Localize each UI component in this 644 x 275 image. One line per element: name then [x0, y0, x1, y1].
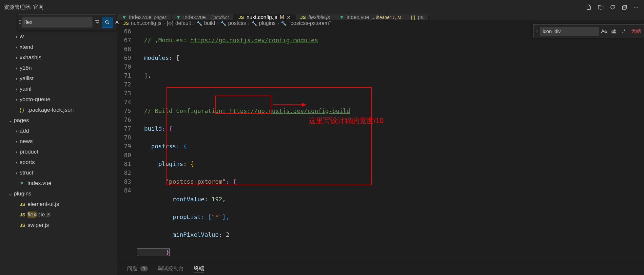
- line-gutter: 66676869707172737475767778798081828384: [117, 26, 137, 275]
- file-tree: w xtend xxhashjs y18n yallist yaml yocto…: [0, 16, 117, 230]
- regex-icon[interactable]: .*: [619, 28, 629, 34]
- tab-index-product[interactable]: ▼index.vue...\product: [172, 14, 234, 20]
- new-folder-icon[interactable]: [596, 3, 605, 12]
- tree-file-swiper[interactable]: JSswiper.js: [0, 220, 117, 230]
- tree-folder[interactable]: sports: [0, 157, 117, 168]
- tree-file-element-ui[interactable]: JSelement-ui.js: [0, 199, 117, 210]
- code-content[interactable]: // ,Modules: https://go.nuxtjs.dev/confi…: [137, 26, 644, 275]
- file-explorer-sidebar: ⠿ ✕ w xtend xxhashjs y18n yallist yaml y…: [0, 14, 117, 275]
- expand-replace-icon[interactable]: ›: [534, 28, 540, 34]
- fuzzy-match-icon[interactable]: [102, 17, 112, 28]
- tree-folder[interactable]: yallist: [0, 73, 117, 84]
- tab-flexible[interactable]: JSflexible.js: [296, 14, 335, 20]
- editor-area: ▼index.vuepages ▼index.vue...\product JS…: [117, 14, 644, 275]
- close-search-icon[interactable]: ✕: [112, 17, 122, 28]
- find-input[interactable]: [540, 27, 599, 36]
- collapse-all-icon[interactable]: [620, 3, 629, 12]
- panel-tabs: 问题1 调试控制台 终端: [117, 262, 644, 275]
- panel-tab-problems[interactable]: 问题1: [127, 265, 148, 272]
- tab-index-pages[interactable]: ▼index.vuepages: [117, 14, 172, 20]
- tree-file-flexible[interactable]: JSflexible.js: [0, 210, 117, 220]
- panel-tab-terminal[interactable]: 终端: [194, 265, 204, 272]
- annotation-arrow: [273, 104, 306, 105]
- tree-folder-pages[interactable]: pages: [0, 115, 117, 126]
- tree-folder[interactable]: xtend: [0, 42, 117, 52]
- tree-folder-plugins[interactable]: plugins: [0, 189, 117, 199]
- annotation-box-large: [166, 87, 372, 185]
- tree-file-package-lock[interactable]: { }.package-lock.json: [0, 105, 117, 115]
- editor-tabs: ▼index.vuepages ▼index.vue...\product JS…: [117, 14, 644, 20]
- filter-icon[interactable]: [92, 17, 102, 28]
- refresh-icon[interactable]: [608, 3, 617, 12]
- tree-folder[interactable]: yocto-queue: [0, 94, 117, 105]
- tree-folder[interactable]: xxhashjs: [0, 52, 117, 63]
- match-case-icon[interactable]: Aa: [599, 28, 609, 34]
- close-tab-icon[interactable]: ✕: [287, 15, 291, 20]
- tab-package-json[interactable]: { }pa: [406, 14, 429, 20]
- tree-folder[interactable]: w: [0, 31, 117, 42]
- explorer-actions: ···: [584, 3, 644, 12]
- annotation-text: 这里写设计稿的宽度/10: [309, 116, 384, 125]
- drag-handle-icon[interactable]: ⠿: [18, 20, 22, 25]
- tree-folder[interactable]: y18n: [0, 63, 117, 73]
- tree-folder[interactable]: yaml: [0, 84, 117, 94]
- svg-point-1: [106, 21, 108, 23]
- find-no-results: 无结: [629, 28, 644, 34]
- tree-folder[interactable]: news: [0, 136, 117, 147]
- tree-folder[interactable]: struct: [0, 168, 117, 178]
- panel-tab-debug-console[interactable]: 调试控制台: [158, 265, 184, 272]
- explorer-title-bar: 资源管理器: 官网 ···: [0, 0, 644, 14]
- tree-folder[interactable]: product: [0, 147, 117, 157]
- more-icon[interactable]: ···: [632, 3, 641, 12]
- tab-nuxt-config[interactable]: JSnuxt.config.jsM✕: [234, 14, 296, 20]
- tree-folder[interactable]: add: [0, 126, 117, 136]
- tree-file-index-vue[interactable]: ▼index.vue: [0, 178, 117, 189]
- new-file-icon[interactable]: [584, 3, 594, 12]
- find-widget: › Aa ab .* 无结: [533, 24, 644, 38]
- tab-index-header[interactable]: ▼index.vue...\header 1, M: [335, 14, 406, 20]
- tree-search-input[interactable]: [22, 17, 92, 28]
- problems-count-badge: 1: [140, 266, 148, 271]
- tree-search-widget: ⠿ ✕: [18, 14, 116, 30]
- match-word-icon[interactable]: ab: [609, 28, 619, 34]
- code-editor[interactable]: 66676869707172737475767778798081828384 /…: [117, 26, 644, 275]
- explorer-title: 资源管理器: 官网: [0, 4, 48, 11]
